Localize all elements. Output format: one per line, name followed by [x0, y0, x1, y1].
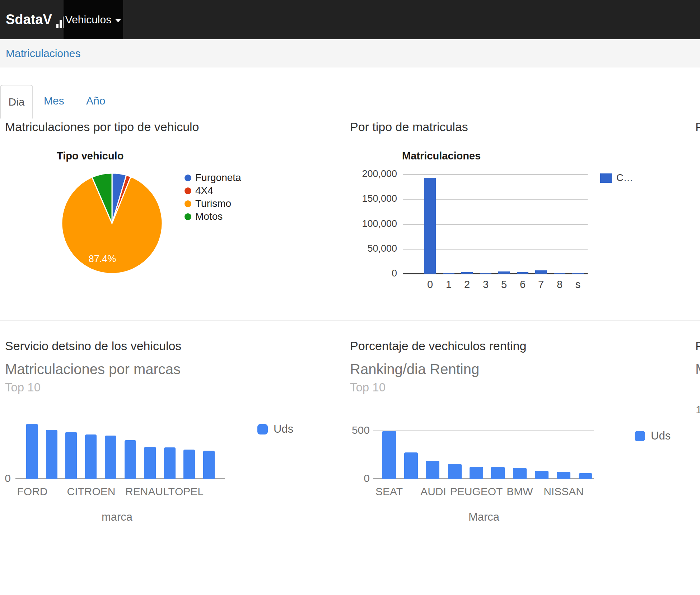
nav-item-vehiculos[interactable]: Vehiculos: [64, 0, 123, 39]
tab-dia[interactable]: Dia: [0, 85, 33, 118]
breadcrumb: Matriculaciones: [0, 39, 700, 68]
navbar: SdataV Vehiculos: [0, 0, 700, 39]
y-axis-tick: 150,000: [343, 193, 397, 204]
marcas-bar-6[interactable]: [144, 447, 156, 479]
y-axis-tick: 50,000: [343, 243, 397, 254]
section-title-clipped-right: P: [695, 120, 700, 134]
gridline: [373, 430, 594, 431]
tab-mes[interactable]: Mes: [44, 95, 64, 107]
y-axis-tick: 200,000: [343, 168, 397, 180]
axis-tick-clipped-right: 1: [696, 404, 700, 416]
renting-bar-5[interactable]: [491, 467, 505, 479]
matriculas-bar-3[interactable]: [480, 273, 491, 274]
matriculas-bar-5[interactable]: [498, 271, 510, 274]
section-divider: [0, 320, 700, 321]
renting-axis-title: Marca: [441, 511, 527, 524]
y-axis-tick: 500: [327, 424, 370, 436]
legend-swatch: [635, 431, 645, 441]
pie-legend-item-4X4[interactable]: 4X4: [185, 184, 241, 197]
marcas-axis-title: marca: [74, 511, 160, 524]
legend-label: Turismo: [195, 198, 231, 209]
y-axis-tick: 0: [327, 472, 370, 484]
x-axis-label-NISSAN: NISSAN: [524, 485, 603, 498]
marcas-bar-7[interactable]: [164, 447, 176, 479]
renting-bar-4[interactable]: [470, 467, 483, 479]
pie-legend-item-Furgoneta[interactable]: Furgoneta: [185, 171, 241, 184]
pie-legend: Furgoneta4X4TurismoMotos: [185, 171, 241, 223]
legend-label: Uds: [274, 423, 293, 436]
page: SdataV Vehiculos Matriculaciones Dia Mes…: [0, 0, 700, 595]
legend-dot-icon: [185, 200, 191, 207]
marcas-bar-4[interactable]: [105, 436, 116, 479]
gridline: [403, 174, 588, 175]
legend-dot-icon: [185, 213, 191, 220]
legend-swatch: [600, 173, 612, 183]
renting-bar-9[interactable]: [579, 473, 592, 479]
renting-bar-7[interactable]: [535, 471, 549, 479]
matriculas-bar-8[interactable]: [554, 273, 565, 274]
renting-bar-0[interactable]: [382, 431, 396, 479]
matriculas-bar-s[interactable]: [572, 273, 584, 274]
y-axis-tick: 0: [0, 472, 11, 484]
renting-chart-title: Ranking/dia Renting: [350, 361, 479, 377]
x-axis-label-OPEL: OPEL: [150, 485, 229, 498]
y-axis-tick: 100,000: [343, 218, 397, 229]
renting-bar-1[interactable]: [404, 452, 418, 479]
marcas-bar-8[interactable]: [183, 450, 195, 479]
pie-data-label: 87.4%: [85, 254, 120, 265]
matriculas-bar-0[interactable]: [424, 178, 436, 274]
section-title-tipo-matriculas: Por tipo de matriculas: [350, 120, 468, 134]
matriculas-bar-6[interactable]: [517, 272, 528, 274]
pie-chart-title: Tipo vehiculo: [57, 150, 123, 162]
marcas-chart-title: Matriculaciones por marcas: [5, 361, 181, 377]
nav-item-label: Vehiculos: [65, 14, 111, 26]
pie-legend-item-Turismo[interactable]: Turismo: [185, 197, 241, 210]
matriculas-bar-1[interactable]: [443, 273, 454, 274]
marcas-bar-9[interactable]: [203, 451, 215, 479]
marcas-chart-subtitle: Top 10: [5, 381, 41, 394]
legend-swatch: [257, 424, 268, 434]
renting-legend[interactable]: Uds: [635, 429, 671, 442]
renting-bar-6[interactable]: [513, 468, 527, 479]
chart-title-clipped-right: M: [695, 361, 700, 377]
matriculas-bar-7[interactable]: [535, 270, 547, 274]
section-title-renting: Porcentaje de vechiculos renting: [350, 339, 526, 353]
section-title-tipo-vehiculo: Matriculaciones por tipo de vehiculo: [5, 120, 199, 134]
marcas-bar-5[interactable]: [125, 440, 136, 479]
tab-ano[interactable]: Año: [86, 95, 105, 107]
brand-label: SdataV: [6, 12, 52, 27]
renting-bar-8[interactable]: [557, 472, 570, 479]
legend-label: Motos: [195, 211, 223, 222]
marcas-legend[interactable]: Uds: [257, 423, 293, 436]
marcas-bar-2[interactable]: [65, 432, 77, 479]
legend-label: Uds: [651, 429, 671, 442]
renting-chart-subtitle: Top 10: [350, 381, 386, 394]
section-title-clipped-right-2: P: [695, 339, 700, 353]
matriculas-legend[interactable]: C…: [600, 172, 633, 183]
marcas-bar-1[interactable]: [46, 430, 57, 479]
matriculas-chart-title: Matriculaciones: [402, 150, 481, 162]
legend-dot-icon: [185, 175, 191, 181]
pie-legend-item-Motos[interactable]: Motos: [185, 210, 241, 223]
brand[interactable]: SdataV: [6, 0, 68, 39]
legend-label: Furgoneta: [195, 172, 241, 183]
renting-bar-2[interactable]: [426, 461, 439, 479]
legend-label: C…: [616, 172, 633, 183]
marcas-bar-0[interactable]: [26, 424, 38, 479]
marcas-bar-3[interactable]: [85, 434, 97, 479]
legend-dot-icon: [185, 187, 191, 194]
x-axis-label-s: s: [556, 279, 599, 290]
y-axis-tick: 0: [343, 268, 397, 279]
caret-down-icon: [115, 19, 121, 22]
legend-label: 4X4: [195, 185, 213, 196]
section-title-servicio: Servicio detsino de los vehiculos: [5, 339, 181, 353]
breadcrumb-item-matriculaciones[interactable]: Matriculaciones: [6, 39, 80, 68]
renting-bar-3[interactable]: [448, 464, 462, 479]
matriculas-bar-2[interactable]: [461, 272, 473, 274]
